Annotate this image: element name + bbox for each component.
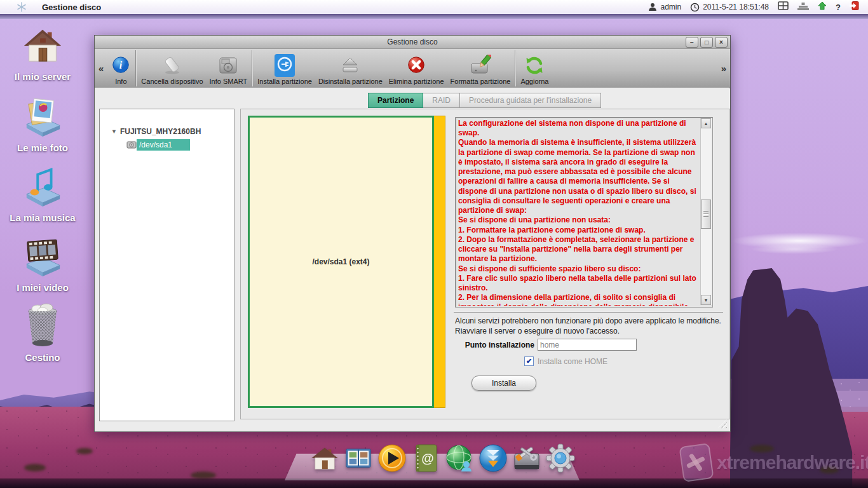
info-icon: i xyxy=(111,54,131,77)
eraser-icon xyxy=(161,54,183,77)
swap-paragraph: 2. Per la dimensione della partizione, d… xyxy=(458,293,699,306)
app-snowflake-icon[interactable] xyxy=(17,2,27,12)
toolbar-scroll-left[interactable]: « xyxy=(95,63,107,74)
toolbar-info[interactable]: i Info xyxy=(107,49,134,88)
install-home-checkbox[interactable]: ✔ xyxy=(524,356,534,366)
app-grid-icon[interactable] xyxy=(778,1,789,13)
toolbar-refresh[interactable]: Aggiorna xyxy=(517,49,552,88)
desktop-icon-label: La mia musica xyxy=(5,212,80,223)
window-titlebar[interactable]: Gestione disco − □ × xyxy=(95,36,730,49)
toolbar-mount-partition[interactable]: Installa partizione xyxy=(254,49,315,88)
partition-disk-icon xyxy=(126,140,137,149)
watermark-x-badge xyxy=(679,443,714,482)
dock-photo-album-icon[interactable] xyxy=(344,444,373,473)
swap-paragraph: 2. Dopo la formattazione è completata, s… xyxy=(458,235,699,264)
clock-icon xyxy=(690,3,700,12)
swap-paragraph: Se si dispone di sufficiente spazio libe… xyxy=(458,264,699,274)
partition-segment-sda1[interactable]: /dev/sda1 (ext4) xyxy=(248,116,434,408)
scrollbar[interactable]: ▲ ▼ xyxy=(700,118,712,305)
watermark: xtremehardware.it xyxy=(681,445,868,480)
window-resize-grip[interactable] xyxy=(718,419,727,428)
dock-toolbox-icon[interactable] xyxy=(512,444,541,473)
window-title: Gestione disco xyxy=(95,37,730,46)
close-button[interactable]: × xyxy=(715,37,728,48)
partition-segment-free[interactable] xyxy=(434,116,445,408)
delete-icon xyxy=(406,54,426,77)
cloud xyxy=(750,244,839,254)
user-menu[interactable]: admin xyxy=(648,3,681,11)
toolbar: « i Info Cancella dispositivo Info SMART xyxy=(95,49,730,88)
taskbar: Gestione disco admin 2011-5-21 18:51:48 … xyxy=(0,0,868,14)
desktop-icon-my-videos[interactable]: I miei video xyxy=(5,234,80,293)
trash-icon xyxy=(24,301,62,347)
tree-device-row[interactable]: ▼ FUJITSU_MHY2160BH xyxy=(111,127,234,136)
maximize-button[interactable]: □ xyxy=(700,37,713,48)
dock-media-player-icon[interactable] xyxy=(377,444,407,473)
logout-icon[interactable] xyxy=(850,1,859,13)
tree-partition-row[interactable]: /dev/sda1 xyxy=(126,139,234,151)
refresh-icon xyxy=(524,54,545,77)
device-tree-panel: ▼ FUJITSU_MHY2160BH /dev/sda1 xyxy=(99,109,234,421)
install-button[interactable]: Installa xyxy=(471,376,536,391)
partition-detail-panel: /dev/sda1 (ext4) La configurazione del s… xyxy=(240,109,730,419)
format-icon xyxy=(470,54,491,77)
desktop-icon-my-photos[interactable]: Le mie foto xyxy=(5,95,80,153)
upload-arrow-icon[interactable] xyxy=(818,1,827,13)
tab-raid[interactable]: RAID xyxy=(423,93,460,108)
tab-partizione[interactable]: Partizione xyxy=(368,93,423,108)
toolbar-separator xyxy=(252,50,253,86)
desktop-icon-label: Cestino xyxy=(5,352,80,363)
tree-expanded-icon[interactable]: ▼ xyxy=(111,128,117,135)
scrollbar-up-icon[interactable]: ▲ xyxy=(701,118,711,128)
swap-warning-text: La configurazione del sistema non dispon… xyxy=(458,119,699,306)
watermark-text: xtremehardware.it xyxy=(717,452,868,473)
service-notice: Alcuni servizi potrebbero non funzionare… xyxy=(455,316,724,336)
install-home-label: Installa come HOME xyxy=(538,357,607,366)
dock-address-book-icon[interactable]: @ xyxy=(411,444,440,473)
bush xyxy=(76,448,93,454)
music-icon xyxy=(23,164,62,207)
desktop-icon-my-server[interactable]: Il mio server xyxy=(5,25,80,82)
window-content: Partizione RAID Procedura guidata per l'… xyxy=(95,88,729,430)
desktop-icon-label: Le mie foto xyxy=(5,142,80,153)
checkbox-check-icon: ✔ xyxy=(526,358,532,365)
svg-text:@: @ xyxy=(421,451,434,465)
scrollbar-down-icon[interactable]: ▼ xyxy=(701,295,711,305)
toolbar-format-partition[interactable]: Formatta partizione xyxy=(447,49,514,88)
toolbar-delete-partition[interactable]: Elimina partizione xyxy=(386,49,447,88)
tab-install-wizard[interactable]: Procedura guidata per l'installazione xyxy=(460,93,601,108)
stats-icon[interactable] xyxy=(797,1,809,13)
clock-display: 2011-5-21 18:51:48 xyxy=(690,3,769,12)
toolbar-scroll-right[interactable]: » xyxy=(717,63,730,74)
bush xyxy=(24,464,46,471)
dock-downloads-icon[interactable] xyxy=(478,444,508,473)
harddisk-icon xyxy=(217,54,239,77)
scrollbar-thumb[interactable] xyxy=(701,200,711,229)
toolbar-unmount-partition[interactable]: Disinstalla partizione xyxy=(315,49,386,88)
desktop-icon-my-music[interactable]: La mia musica xyxy=(5,164,80,223)
datetime: 2011-5-21 18:51:48 xyxy=(703,3,769,11)
dock-settings-gear-icon[interactable] xyxy=(546,444,575,473)
desktop: Gestione disco admin 2011-5-21 18:51:48 … xyxy=(0,0,868,488)
dock-home-icon[interactable] xyxy=(310,444,339,473)
disk-management-window: Gestione disco − □ × « i Info Cancella d… xyxy=(94,35,731,432)
mount-partition-icon xyxy=(275,54,295,77)
separator xyxy=(454,312,723,313)
toolbar-erase-device[interactable]: Cancella dispositivo xyxy=(138,49,206,88)
taskbar-accent-strip xyxy=(0,14,868,19)
desktop-icon-label: Il mio server xyxy=(5,71,80,82)
minimize-button[interactable]: − xyxy=(686,37,698,48)
video-icon xyxy=(23,234,62,277)
swap-paragraph: 1. Formattare la partizione come partizi… xyxy=(458,226,699,235)
swap-paragraph: Se si dispone di una partizione non usat… xyxy=(458,215,699,225)
toolbar-separator xyxy=(515,50,516,86)
desktop-icon-trash[interactable]: Cestino xyxy=(5,301,80,363)
mount-point-input[interactable] xyxy=(538,339,637,351)
swap-paragraph: 1. Fare clic sullo spazio libero nella t… xyxy=(458,274,699,293)
help-icon[interactable]: ? xyxy=(836,3,841,12)
partition-name: /dev/sda1 xyxy=(137,139,190,151)
toolbar-smart-info[interactable]: Info SMART xyxy=(207,49,251,88)
taskbar-title: Gestione disco xyxy=(42,3,101,12)
tab-bar: Partizione RAID Procedura guidata per l'… xyxy=(368,93,601,108)
dock-network-icon[interactable] xyxy=(445,444,474,473)
